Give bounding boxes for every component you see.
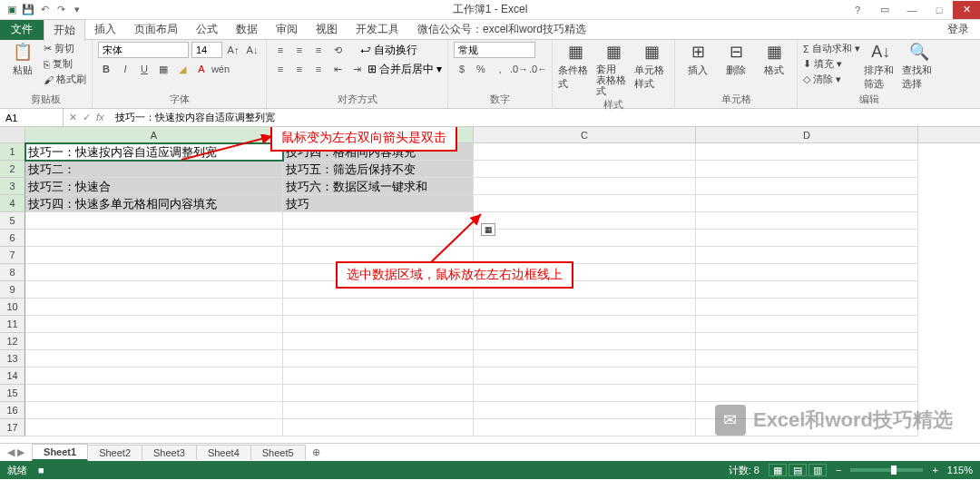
- cell-c2[interactable]: [474, 161, 696, 178]
- formula-input[interactable]: 技巧一：快速按内容自适应调整列宽: [110, 111, 980, 124]
- cell-b17[interactable]: [283, 419, 474, 436]
- cell-a10[interactable]: [25, 299, 283, 316]
- shrink-font-icon[interactable]: A↓: [244, 42, 260, 58]
- enter-icon[interactable]: ✓: [83, 112, 91, 123]
- grow-font-icon[interactable]: A↑: [225, 42, 241, 58]
- cell-d2[interactable]: [696, 161, 918, 178]
- cell-a13[interactable]: [25, 350, 283, 368]
- qat-more-icon[interactable]: ▾: [71, 4, 83, 16]
- row-header-10[interactable]: 10: [0, 299, 25, 316]
- cell-d16[interactable]: [696, 402, 918, 419]
- dec-decimal-icon[interactable]: .0←: [530, 61, 546, 77]
- find-select-button[interactable]: 🔍查找和选择: [902, 42, 936, 91]
- fill-button[interactable]: ⬇ 填充 ▾: [803, 57, 860, 71]
- cell-c11[interactable]: [474, 316, 696, 333]
- cell-b10[interactable]: [283, 299, 474, 316]
- cell-d12[interactable]: [696, 333, 918, 350]
- maximize-button[interactable]: □: [926, 1, 953, 19]
- sheet-tab-4[interactable]: Sheet4: [196, 445, 251, 460]
- cancel-icon[interactable]: ✕: [69, 112, 77, 123]
- col-header-d[interactable]: D: [696, 127, 918, 142]
- cell-styles-button[interactable]: ▦单元格样式: [634, 42, 669, 91]
- cell-b13[interactable]: [283, 350, 474, 368]
- row-header-6[interactable]: 6: [0, 230, 25, 247]
- font-name-select[interactable]: 宋体: [98, 42, 189, 58]
- zoom-slider[interactable]: [850, 468, 923, 472]
- cell-c5[interactable]: [474, 212, 696, 230]
- cell-d17[interactable]: [696, 419, 918, 436]
- cell-b16[interactable]: [283, 402, 474, 419]
- row-header-14[interactable]: 14: [0, 368, 25, 385]
- indent-inc-icon[interactable]: ⇥: [348, 61, 365, 77]
- currency-icon[interactable]: $: [454, 61, 470, 77]
- add-sheet-button[interactable]: ⊕: [305, 446, 328, 458]
- cell-c1[interactable]: [474, 143, 696, 161]
- view-layout-button[interactable]: ▤: [789, 464, 807, 476]
- cell-a16[interactable]: [25, 402, 283, 419]
- worksheet-grid[interactable]: A B C D 1技巧一：快速按内容自适应调整列宽技巧四：格相同内容填充2技巧二…: [0, 127, 980, 443]
- tab-file[interactable]: 文件: [0, 20, 44, 40]
- row-header-3[interactable]: 3: [0, 178, 25, 195]
- cell-d5[interactable]: [696, 212, 918, 230]
- sheet-nav[interactable]: ◀ ▶: [0, 446, 32, 458]
- tab-layout[interactable]: 页面布局: [125, 19, 187, 40]
- tab-developer[interactable]: 开发工具: [347, 19, 408, 40]
- row-header-1[interactable]: 1: [0, 143, 25, 161]
- cell-c15[interactable]: [474, 385, 696, 402]
- tab-home[interactable]: 开始: [44, 19, 85, 42]
- cell-c17[interactable]: [474, 419, 696, 436]
- cell-c4[interactable]: [474, 195, 696, 212]
- view-break-button[interactable]: ▥: [808, 464, 827, 476]
- copy-button[interactable]: ⎘ 复制: [44, 57, 86, 71]
- undo-icon[interactable]: ↶: [38, 4, 51, 16]
- col-header-c[interactable]: C: [474, 127, 696, 142]
- cell-b11[interactable]: [283, 316, 474, 333]
- paste-options-icon[interactable]: ▦: [481, 223, 495, 236]
- row-header-16[interactable]: 16: [0, 402, 25, 419]
- font-size-select[interactable]: 14: [191, 42, 222, 58]
- underline-button[interactable]: U: [136, 61, 152, 77]
- cell-a14[interactable]: [25, 368, 283, 385]
- help-button[interactable]: ?: [844, 1, 871, 19]
- row-header-17[interactable]: 17: [0, 419, 25, 436]
- painter-button[interactable]: 🖌 格式刷: [44, 73, 86, 86]
- cell-b6[interactable]: [283, 230, 474, 247]
- border-button[interactable]: ▦: [155, 61, 172, 77]
- insert-button[interactable]: ⊞插入: [681, 42, 715, 77]
- cond-format-button[interactable]: ▦条件格式: [558, 42, 593, 91]
- italic-button[interactable]: I: [117, 61, 133, 77]
- tab-view[interactable]: 视图: [307, 19, 347, 40]
- cell-c3[interactable]: [474, 178, 696, 195]
- comma-icon[interactable]: ,: [492, 61, 508, 77]
- table-format-button[interactable]: ▦套用 表格格式: [596, 42, 631, 96]
- minimize-button[interactable]: —: [898, 1, 926, 19]
- bold-button[interactable]: B: [98, 61, 114, 77]
- cell-d1[interactable]: [696, 143, 918, 161]
- ribbon-opts-button[interactable]: ▭: [871, 1, 898, 19]
- cell-c14[interactable]: [474, 368, 696, 385]
- cell-d10[interactable]: [696, 299, 918, 316]
- row-header-15[interactable]: 15: [0, 385, 25, 402]
- tab-review[interactable]: 审阅: [267, 19, 307, 40]
- view-normal-button[interactable]: ▦: [769, 464, 787, 476]
- align-center-icon[interactable]: ≡: [291, 61, 308, 77]
- cell-a12[interactable]: [25, 333, 283, 350]
- cell-a17[interactable]: [25, 419, 283, 436]
- cell-a11[interactable]: [25, 316, 283, 333]
- cell-a1[interactable]: 技巧一：快速按内容自适应调整列宽: [25, 143, 283, 161]
- sort-filter-button[interactable]: A↓排序和筛选: [864, 42, 898, 91]
- orientation-icon[interactable]: ⟲: [329, 42, 346, 58]
- cell-a8[interactable]: [25, 264, 283, 281]
- cell-d6[interactable]: [696, 230, 918, 247]
- number-format-select[interactable]: 常规: [454, 42, 535, 58]
- cell-d14[interactable]: [696, 368, 918, 385]
- cell-b14[interactable]: [283, 368, 474, 385]
- tab-wechat[interactable]: 微信公众号：excel和word技巧精选: [408, 19, 595, 40]
- fill-color-button[interactable]: ◢: [174, 61, 191, 77]
- cell-b5[interactable]: [283, 212, 474, 230]
- fx-icon[interactable]: fx: [96, 112, 104, 123]
- cell-c13[interactable]: [474, 350, 696, 368]
- cell-a15[interactable]: [25, 385, 283, 402]
- font-color-button[interactable]: A: [193, 61, 210, 77]
- cell-a5[interactable]: [25, 212, 283, 230]
